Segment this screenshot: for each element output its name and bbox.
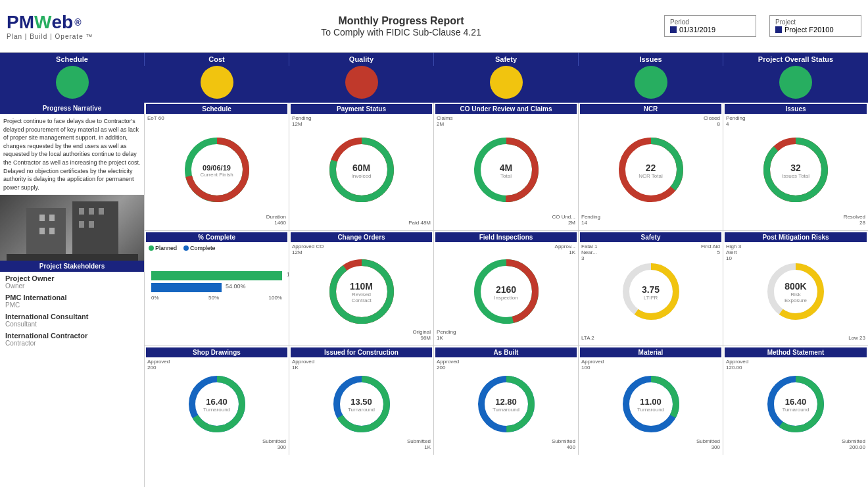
panel-payment: Payment Status Pending 12M Paid 48M 60M … — [289, 103, 434, 230]
ms-sub: Turnaround — [782, 407, 809, 413]
co2-donut-wrap: 110M Revised Contract — [326, 255, 398, 329]
pmr-ann-br: Low 23 — [848, 335, 865, 341]
svg-rect-9 — [79, 221, 84, 228]
report-title-line1: Monthly Progress Report — [138, 15, 664, 27]
sd-donut-wrap: 16.40 Turnaround — [184, 371, 250, 438]
panel-ncr: NCR Closed 8 Fending 14 22 NCR Total — [579, 103, 723, 230]
complete-label: 54.00% — [226, 283, 246, 290]
payment-ann-br: Paid 48M — [408, 220, 431, 226]
report-title-line2: To Comply with FIDIC Sub-Clause 4.21 — [138, 27, 664, 38]
panel-ms: Method Statement Approved 120.00 Submitt… — [723, 346, 868, 455]
period-square — [670, 26, 677, 33]
svg-rect-11 — [7, 254, 138, 261]
ms-ann-tl: Approved 120.00 — [726, 359, 748, 371]
circle-cost — [145, 66, 289, 99]
ncr-ann-tr: Closed 8 — [704, 115, 720, 127]
circle-quality — [289, 66, 434, 99]
issues-donut-wrap: 32 Issues Total — [760, 134, 832, 207]
panel-pmr-header: Post Mitigation Risks — [725, 232, 867, 242]
asbuilt-ann-br: Submitted 400 — [552, 438, 575, 450]
header: PM W eb ® Plan | Build | Operate ™ Month… — [0, 0, 868, 53]
safety2-ann-bl: LTA 2 — [581, 335, 594, 341]
svg-rect-5 — [49, 228, 55, 234]
axis-0: 0% — [151, 295, 159, 301]
panel-co2-content: Approved CO 12M Original 98M 110M Revise… — [291, 242, 432, 342]
issues-center: 32 Issues Total — [782, 163, 809, 179]
cost-circle — [201, 66, 233, 99]
narrative-text: Project continue to face delays due to C… — [0, 114, 144, 195]
schedule-ann-br: Duration 1460 — [266, 214, 286, 226]
building-svg — [7, 195, 138, 261]
panel-schedule-header: Schedule — [146, 104, 287, 114]
panel-safety2-content: Fatal 1 Near... 3 First Aid 5 LTA 2 3.75… — [580, 242, 721, 342]
overall-circle — [779, 66, 812, 99]
svg-rect-10 — [89, 221, 94, 228]
status-safety: Safety — [434, 53, 579, 66]
material-ann-tl: Approved 100 — [581, 359, 604, 371]
asbuilt-donut-wrap: 12.80 Turnaround — [473, 371, 539, 438]
complete-dot — [183, 245, 189, 251]
panel-co2-header: Change Orders — [291, 232, 432, 242]
co2-sub: Revised Contract — [343, 292, 379, 303]
material-donut-wrap: 11.00 Turnaround — [618, 371, 684, 438]
panel-pct-header: % Complete — [146, 232, 287, 242]
schedule-ann-tl: EoT 60 — [147, 115, 164, 121]
panel-material-header: Material — [580, 347, 721, 357]
issues-ann-tl: Pending 4 — [726, 115, 745, 127]
period-label: Period — [670, 18, 750, 26]
logo-reg: ® — [74, 17, 81, 28]
panel-asbuilt: As Built Approved 200 Submitted 400 12.8… — [434, 346, 579, 455]
period-value: 01/31/2019 — [670, 26, 750, 34]
panel-pmr: Post Mitigation Risks High 3 Alert 10 Lo… — [723, 231, 868, 346]
header-meta: Period 01/31/2019 Project Project F20100 — [664, 15, 861, 37]
panel-issues: Issues Pending 4 Resolved 28 32 Issues T… — [723, 103, 868, 230]
circle-schedule — [0, 66, 145, 99]
pct-legend: Planned Complete — [149, 245, 285, 251]
stakeholder-consultant-type: Consultant — [5, 320, 139, 328]
ncr-center: 22 NCR Total — [639, 163, 662, 179]
asbuilt-value: 12.80 — [493, 397, 519, 407]
fi-sub: Inspection — [494, 295, 518, 301]
panel-pmr-content: High 3 Alert 10 Low 23 800K Risk Exposur… — [725, 242, 867, 342]
circle-safety — [434, 66, 579, 99]
svg-rect-4 — [39, 228, 45, 234]
sd-ann-br: Submitted 300 — [262, 438, 286, 450]
complete-bar: 54.00% — [151, 283, 222, 292]
stakeholder-owner-type: Owner — [5, 282, 139, 290]
ms-center: 16.40 Turnaround — [782, 397, 809, 413]
pmr-ann-tl: High 3 Alert 10 — [726, 244, 741, 261]
status-labels: Schedule Cost Quality Safety Issues Proj… — [0, 53, 868, 66]
issues-circle — [635, 66, 667, 99]
safety2-sub: LTIFR — [642, 295, 660, 301]
panel-asbuilt-header: As Built — [435, 347, 577, 357]
schedule-sub: Current Finish — [200, 172, 233, 178]
row2: Schedule EoT 60 Duration 1460 09/06/19 C… — [145, 103, 868, 231]
panel-co-content: Claims 2M CO Und... 2M 4M Total — [435, 114, 577, 227]
panel-ifc: Issued for Construction Approved 1K Subm… — [289, 346, 434, 455]
planned-dot — [149, 245, 154, 251]
ncr-sub: NCR Total — [639, 173, 662, 179]
ifc-ann-tl: Approved 1K — [292, 359, 314, 371]
row4: Shop Drawings Approved 200 Submitted 300… — [145, 346, 868, 455]
quality-circle — [345, 66, 378, 99]
co-ann-br: CO Und... 2M — [552, 214, 575, 226]
ms-donut-wrap: 16.40 Turnaround — [763, 371, 829, 438]
panel-co2: Change Orders Approved CO 12M Original 9… — [289, 231, 434, 346]
co-ann-tl: Claims 2M — [437, 115, 452, 127]
panel-pct-content: Planned Complete 100% 54.00% — [146, 242, 287, 303]
schedule-circle — [56, 66, 89, 99]
row3: % Complete Planned Complete — [145, 231, 868, 346]
stakeholders-header: Project Stakeholders — [0, 261, 144, 272]
status-issues: Issues — [579, 53, 723, 66]
fi-ann-bl: Pending 1K — [437, 329, 456, 341]
panel-payment-content: Pending 12M Paid 48M 60M Invoiced — [291, 114, 432, 227]
project-square — [775, 26, 782, 33]
safety2-value: 3.75 — [642, 284, 660, 295]
planned-bar: 100% — [151, 271, 282, 280]
safety-circle — [490, 66, 523, 99]
project-image — [0, 195, 144, 261]
co-center: 4M Total — [500, 163, 512, 179]
pct-legend-planned: Planned — [149, 245, 177, 251]
fi-value: 2160 — [494, 284, 518, 295]
stakeholder-owner-role: Project Owner — [5, 274, 139, 282]
